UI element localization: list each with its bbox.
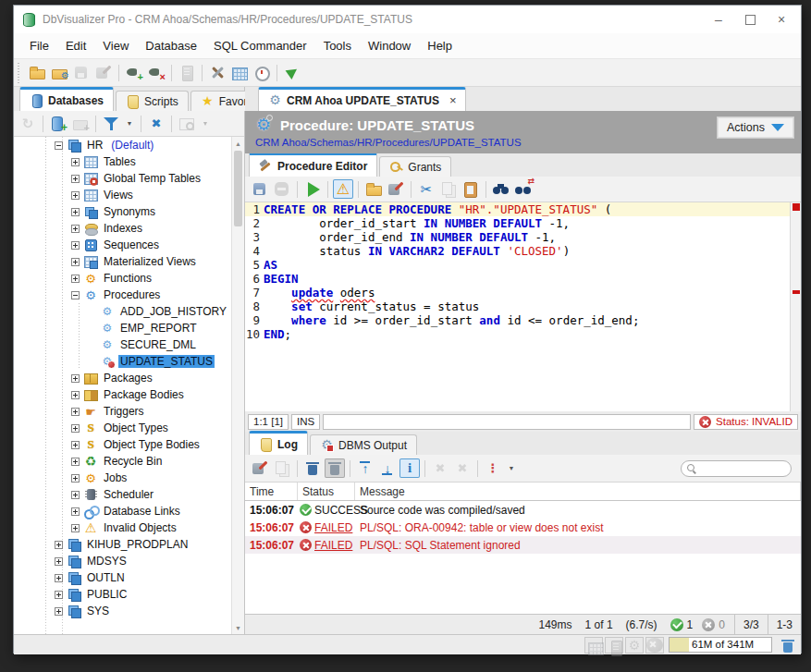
tree-item-label[interactable]: EMP_REPORT [118,322,198,335]
filter-icon[interactable] [101,114,121,133]
code-line[interactable]: 9 where id >= order_id_start and id <= o… [245,313,790,327]
auto-scroll-icon[interactable]: i [399,458,420,478]
log-row[interactable]: 15:06:07FAILEDPL/SQL: SQL Statement igno… [245,536,801,554]
tree-item-label[interactable]: Scheduler [102,488,155,501]
tree-item-label[interactable]: Jobs [102,471,129,484]
tree-item-label[interactable]: SYS [85,605,111,617]
tree-item-label[interactable]: Database Links [102,505,182,518]
row-height-icon[interactable]: ⋮ [483,458,503,478]
tree-item-object-type-bodies[interactable]: SObject Type Bodies [14,436,232,453]
open-folder-icon[interactable] [363,179,384,199]
expand-icon[interactable] [71,524,80,532]
expand-icon[interactable] [71,225,80,233]
scheduler-clock-icon[interactable] [252,63,272,82]
expand-icon[interactable] [55,607,63,616]
code-line[interactable]: 4 status IN VARCHAR2 DEFAULT 'CLOSED') [245,244,790,258]
tree-item-public[interactable]: PUBLIC [14,586,232,603]
breadcrumb[interactable]: CRM Ahoa/Schemas/HR/Procedures/UPDATE_ST… [255,137,792,148]
column-header-time[interactable]: Time [245,483,298,500]
tree-item-label[interactable]: Indexes [102,222,144,235]
tree-item-update-status[interactable]: ⚙UPDATE_STATUS [14,353,232,370]
tree-scrollbar[interactable]: ▲ ▼ [231,137,244,634]
menu-tools[interactable]: Tools [315,36,360,55]
scroll-thumb[interactable] [234,151,242,226]
scroll-to-top-icon[interactable]: ↑ [355,458,375,478]
tree-item-label[interactable]: Package Bodies [102,388,186,401]
menu-help[interactable]: Help [419,36,461,55]
tree-item-recycle-bin[interactable]: ♻Recycle Bin [14,453,232,470]
clear-icon[interactable] [302,458,323,478]
log-row[interactable]: 15:06:07FAILEDPL/SQL: ORA-00942: table o… [245,519,801,536]
tree-item-tables[interactable]: Tables [14,153,232,170]
tree-item-label[interactable]: HR [85,139,104,152]
expand-icon[interactable] [71,258,80,266]
tree-item-label[interactable]: Object Type Bodies [102,438,202,451]
tree-item-emp-report[interactable]: ⚙EMP_REPORT [14,320,232,336]
find-replace-icon[interactable] [513,179,534,199]
expand-icon[interactable] [71,191,80,200]
close-tab-icon[interactable]: × [449,93,457,107]
edit-mode[interactable]: INS [291,414,320,430]
tree-item-procedures[interactable]: ⚙Procedures [14,287,232,303]
tree-item-jobs[interactable]: ⚙Jobs [14,470,232,486]
tree-item-label[interactable]: Tables [102,155,138,168]
code-line[interactable]: 10END; [245,327,790,341]
expand-icon[interactable] [71,441,80,449]
tab-crm-ahoa-update-status[interactable]: ⚙ CRM Ahoa UPDATE_STATUS × [258,87,466,111]
tree-item-label[interactable]: Object Types [102,422,170,434]
expand-icon[interactable] [71,175,80,183]
menu-database[interactable]: Database [137,36,205,55]
code-line[interactable]: 1CREATE OR REPLACE PROCEDURE "HR"."UPDAT… [245,202,790,216]
save-as-icon[interactable] [386,179,406,199]
find-icon[interactable] [491,179,511,199]
expand-icon[interactable] [71,474,80,483]
folder-settings-icon[interactable] [49,63,69,82]
tree-item-triggers[interactable]: ☛Triggers [14,403,232,420]
tree-item-label[interactable]: Functions [102,272,154,285]
tree-item-kihub-prodplan[interactable]: KIHUB_PRODPLAN [14,536,232,553]
tree-item-indexes[interactable]: Indexes [14,220,232,237]
show-errors-icon[interactable]: ⚠ [333,179,353,199]
tree-item-label[interactable]: MDSYS [85,555,129,568]
tree-item-label[interactable]: Recycle Bin [102,455,164,468]
clear-all-icon[interactable] [325,458,345,478]
tab-dbms-output[interactable]: ⚙ DBMS Output [310,434,417,455]
tree-item-object-types[interactable]: SObject Types [14,420,232,436]
error-mark-icon[interactable] [793,203,800,211]
tree-item-label[interactable]: Views [102,189,135,202]
code-line[interactable]: 7 update oders [245,286,790,299]
tree-item-invalid-objects[interactable]: ⚠Invalid Objects [14,519,232,536]
expand-icon[interactable] [55,541,63,549]
tree-item-synonyms[interactable]: Synonyms [14,203,232,220]
column-header-message[interactable]: Message [355,483,801,500]
tree-item-label[interactable]: Sequences [102,238,161,251]
code-line[interactable]: 8 set current_status = status [245,299,790,313]
grid-window-icon[interactable] [229,63,250,82]
tab-scripts[interactable]: Scripts [116,91,189,111]
menu-sql-commander[interactable]: SQL Commander [205,36,315,55]
open-folder-icon[interactable] [27,63,47,82]
tree-item-label[interactable]: KIHUB_PRODPLAN [85,538,190,551]
tree-item-package-bodies[interactable]: Package Bodies [14,386,232,403]
expand-icon[interactable] [55,591,63,599]
caret-down-icon[interactable]: ▼ [123,114,136,133]
code-area[interactable]: 1CREATE OR REPLACE PROCEDURE "HR"."UPDAT… [245,202,790,411]
scroll-up-icon[interactable]: ▲ [232,137,244,150]
menu-file[interactable]: File [21,36,57,55]
tree-item-mdsys[interactable]: MDSYS [14,553,232,569]
tree-item-functions[interactable]: ⚙Functions [14,270,232,287]
menu-window[interactable]: Window [360,36,419,55]
tree-item-label[interactable]: Triggers [102,405,146,418]
close-button[interactable]: × [766,8,797,31]
tree-item-label[interactable]: UPDATE_STATUS [118,355,215,368]
caret-down-icon[interactable]: ▼ [505,458,518,478]
expand-icon[interactable] [71,458,80,466]
tree-item-label[interactable]: Global Temp Tables [102,172,203,185]
connect-icon[interactable] [124,63,144,82]
export-icon[interactable] [250,458,270,478]
tree-item-scheduler[interactable]: Scheduler [14,486,232,503]
expand-icon[interactable] [71,491,80,499]
column-header-status[interactable]: Status [298,483,355,500]
tree-item-outln[interactable]: OUTLN [14,569,232,586]
code-line[interactable]: 2 order_id_start IN NUMBER DEFAULT -1, [245,216,790,230]
